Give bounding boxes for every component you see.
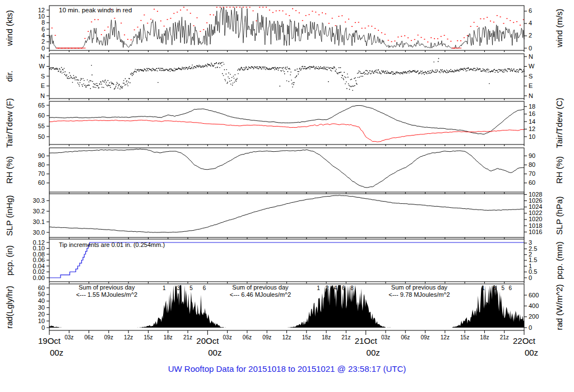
ytick-label: 18 xyxy=(529,103,535,110)
peak-wind-dot xyxy=(213,15,214,15)
peak-wind-dot xyxy=(183,7,184,7)
ytick-label: 0.5 xyxy=(529,268,537,275)
peak-wind-dot xyxy=(236,7,237,7)
ytick-label: 8 xyxy=(41,19,45,26)
peak-wind-dot xyxy=(385,34,386,35)
ytick-label: 14 xyxy=(529,118,535,125)
peak-wind-dot xyxy=(52,27,53,28)
peak-wind-dot xyxy=(121,23,122,24)
ytick-label: 60 xyxy=(38,284,45,291)
panel-temp: 505560651012141618Tair/Tdew (F)Tair/Tdew… xyxy=(4,97,564,148)
peak-wind-dot xyxy=(285,14,286,15)
minor-time-label: 09z xyxy=(262,334,271,340)
ytick-label: 55 xyxy=(38,123,45,129)
ytick-label: 30.1 xyxy=(33,218,45,225)
ytick-label: 1024 xyxy=(529,203,542,210)
peak-wind-dot xyxy=(388,40,389,40)
panel-rad: Sum of previous day<--- 1.55 MJoules/m^2… xyxy=(4,284,564,335)
ytick-label: 0 xyxy=(529,45,532,52)
peak-wind-dot xyxy=(249,7,251,7)
rad-milestone: 2 xyxy=(325,285,328,291)
rad-milestone: 5 xyxy=(189,285,193,291)
peak-wind-dot xyxy=(276,11,277,11)
ytick-label: 12 xyxy=(38,7,45,13)
peak-wind-dot xyxy=(302,20,303,21)
peak-wind-dot xyxy=(55,35,56,36)
axis-title-right: Tair/Tdew (C) xyxy=(554,97,564,148)
ytick-label: 0 xyxy=(529,274,532,281)
peak-wind-dot xyxy=(295,10,297,11)
peak-wind-dot xyxy=(474,22,475,22)
peak-wind-dot xyxy=(226,7,227,7)
ytick-label: N xyxy=(529,53,533,60)
peak-wind-dot xyxy=(246,7,247,7)
rad-milestone: 6 xyxy=(342,285,345,291)
peak-wind-dot xyxy=(325,13,326,14)
peak-wind-dot xyxy=(318,15,320,15)
minor-time-label: 09z xyxy=(104,334,113,340)
axis-title-left: rad(Lgly/hr) xyxy=(4,286,14,329)
peak-wind-dot xyxy=(210,15,211,15)
ytick-label: 12 xyxy=(529,125,535,132)
peak-wind-dot xyxy=(266,7,267,7)
minor-time-label: 06z xyxy=(401,334,410,340)
rh-line xyxy=(49,149,524,188)
axis-title-left: pcp. (in) xyxy=(4,245,14,276)
ytick-label: 2 xyxy=(41,38,45,45)
axis-title-left: RH (%) xyxy=(4,156,14,184)
peak-wind-dot xyxy=(253,11,254,11)
ytick-label: 70 xyxy=(38,170,45,177)
ytick-label: 30 xyxy=(38,304,45,311)
day-sub-label: 00z xyxy=(525,348,538,357)
day-sub-label: 00z xyxy=(50,348,63,357)
ytick-label: 6 xyxy=(529,7,532,14)
peak-wind-dot xyxy=(312,11,313,11)
minor-time-label: 03z xyxy=(381,334,390,340)
minor-time-label: 15z xyxy=(460,334,469,340)
ytick-label: 0.04 xyxy=(33,263,45,269)
axis-title-right: wind (m/s) xyxy=(554,8,564,48)
peak-wind-dot xyxy=(167,19,168,20)
ytick-label: 4 xyxy=(529,20,532,26)
peak-wind-dot xyxy=(424,39,425,39)
minor-time-label: 18z xyxy=(164,334,173,340)
axis-title-right: pcp. (mm) xyxy=(554,241,564,279)
rad-milestone: 8 xyxy=(350,285,354,291)
rad-milestone: 4 xyxy=(334,285,337,291)
peak-wind-dot xyxy=(394,41,395,41)
slp-line xyxy=(49,195,524,233)
peak-wind-dot xyxy=(362,28,363,29)
ytick-label: W xyxy=(39,63,45,69)
peak-wind-dot xyxy=(193,25,195,26)
peak-wind-dot xyxy=(180,10,181,10)
minor-time-label: 12z xyxy=(124,334,133,340)
ytick-label: 20 xyxy=(38,311,45,318)
peak-wind-dot xyxy=(190,13,191,13)
peak-wind-dot xyxy=(150,19,151,20)
peak-wind-dot xyxy=(269,10,270,10)
peak-wind-dot xyxy=(85,38,86,39)
ytick-label: 2 xyxy=(529,251,532,258)
ytick-label: 0.12 xyxy=(33,239,45,246)
peak-wind-dot xyxy=(147,23,148,24)
peak-wind-dot xyxy=(299,12,300,13)
peak-wind-dot xyxy=(364,28,365,29)
peak-wind-dot xyxy=(243,7,244,7)
peak-wind-dot xyxy=(170,18,171,18)
ytick-label: 1028 xyxy=(529,191,542,198)
day-label: 21Oct xyxy=(355,336,378,346)
ytick-label: 2 xyxy=(529,32,532,39)
minor-time-label: 15z xyxy=(302,334,311,340)
ytick-label: 1020 xyxy=(529,216,542,222)
peak-wind-dot xyxy=(480,18,481,19)
minor-time-label: 12z xyxy=(282,334,291,340)
peak-wind-dot xyxy=(272,12,274,13)
peak-wind-dot xyxy=(239,7,240,7)
peak-wind-dot xyxy=(216,7,217,7)
peak-wind-dot xyxy=(441,36,442,36)
axis-title-left: Tair/Tdew (F) xyxy=(4,98,14,147)
peak-wind-dot xyxy=(368,26,369,26)
peak-wind-dot xyxy=(229,7,230,7)
peak-wind-dot xyxy=(292,8,293,9)
time-axis: 03z06z09z12z15z18z21z03z06z09z12z15z18z2… xyxy=(38,334,538,357)
